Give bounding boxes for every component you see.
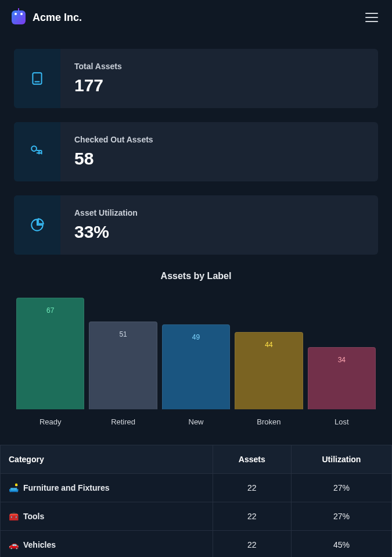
category-table: Category Assets Utilization 🛋️Furniture … bbox=[0, 445, 392, 557]
svg-point-2 bbox=[31, 146, 37, 151]
col-utilization: Utilization bbox=[291, 445, 391, 474]
stat-card-utilization: Asset Utilization 33% bbox=[14, 195, 378, 255]
bar-ready[interactable]: 67 bbox=[16, 298, 84, 409]
cell-utilization: 45% bbox=[291, 531, 391, 558]
tag-icon bbox=[14, 122, 60, 181]
category-icon: 🚗 bbox=[9, 540, 19, 549]
table-row[interactable]: 🧰Tools2227% bbox=[1, 502, 392, 531]
category-name: Furniture and Fixtures bbox=[23, 483, 110, 492]
app-header: Acme Inc. bbox=[0, 0, 392, 35]
category-name: Tools bbox=[23, 512, 44, 521]
bar-value: 34 bbox=[308, 347, 376, 409]
category-name: Vehicles bbox=[23, 540, 56, 549]
cell-utilization: 27% bbox=[291, 502, 391, 531]
table-header-row: Category Assets Utilization bbox=[1, 445, 392, 474]
cell-assets: 22 bbox=[213, 502, 291, 531]
bar-label: Retired bbox=[89, 417, 157, 426]
storage-icon bbox=[14, 49, 60, 108]
category-icon: 🛋️ bbox=[9, 483, 19, 492]
brand[interactable]: Acme Inc. bbox=[12, 10, 82, 24]
stat-label: Asset Utilization bbox=[74, 208, 364, 217]
cell-assets: 22 bbox=[213, 474, 291, 502]
bar-value: 49 bbox=[162, 324, 230, 409]
bar-retired[interactable]: 51 bbox=[89, 322, 157, 409]
menu-button[interactable] bbox=[363, 10, 380, 24]
bar-label: Broken bbox=[235, 417, 303, 426]
cell-assets: 22 bbox=[213, 531, 291, 558]
bar-new[interactable]: 49 bbox=[162, 324, 230, 409]
brand-logo-icon bbox=[12, 10, 26, 24]
stat-label: Total Assets bbox=[74, 62, 364, 71]
brand-name: Acme Inc. bbox=[33, 12, 82, 24]
cell-utilization: 27% bbox=[291, 474, 391, 502]
stat-card-checked-out: Checked Out Assets 58 bbox=[14, 122, 378, 181]
stat-card-total-assets: Total Assets 177 bbox=[14, 49, 378, 108]
col-assets: Assets bbox=[213, 445, 291, 474]
bar-value: 51 bbox=[89, 322, 157, 409]
table-row[interactable]: 🛋️Furniture and Fixtures2227% bbox=[1, 474, 392, 502]
bar-label: Ready bbox=[16, 417, 84, 426]
stat-value: 58 bbox=[74, 149, 364, 169]
col-category: Category bbox=[1, 445, 213, 474]
stat-value: 177 bbox=[74, 76, 364, 95]
category-icon: 🧰 bbox=[9, 512, 19, 521]
bar-broken[interactable]: 44 bbox=[235, 332, 303, 409]
main-content: Total Assets 177 Checked Out Assets 58 bbox=[0, 35, 392, 557]
assets-by-label-chart: 6751494434 bbox=[14, 293, 378, 409]
chart-title: Assets by Label bbox=[14, 271, 378, 281]
bar-label: Lost bbox=[308, 417, 376, 426]
bar-label: New bbox=[162, 417, 230, 426]
bar-value: 67 bbox=[16, 298, 84, 409]
stat-value: 33% bbox=[74, 222, 364, 242]
stat-label: Checked Out Assets bbox=[74, 135, 364, 144]
chart-x-labels: ReadyRetiredNewBrokenLost bbox=[14, 417, 378, 426]
bar-value: 44 bbox=[235, 332, 303, 409]
table-row[interactable]: 🚗Vehicles2245% bbox=[1, 531, 392, 558]
svg-rect-0 bbox=[33, 73, 41, 84]
pie-icon bbox=[14, 195, 60, 255]
bar-lost[interactable]: 34 bbox=[308, 347, 376, 409]
